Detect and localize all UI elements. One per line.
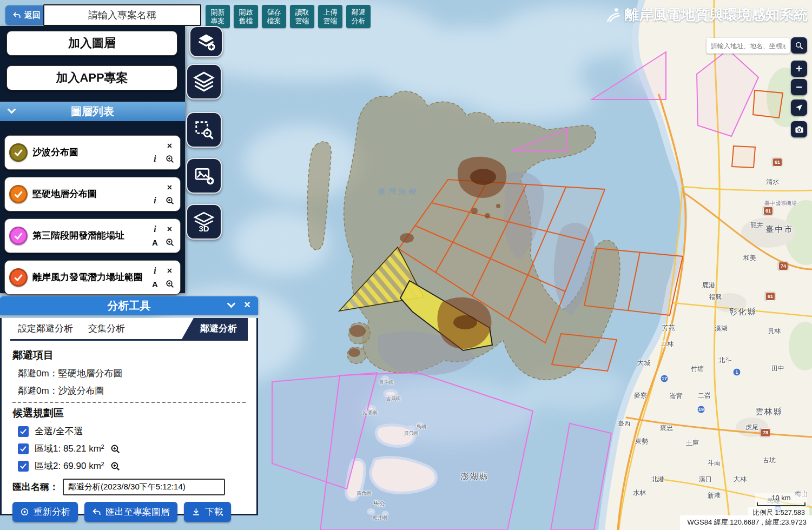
layer-item-hard-stratum: 堅硬地層分布圖 × i [4, 177, 181, 211]
layer-item-phase3-sites: 第三階段開發潛能場址 i × A [4, 218, 181, 253]
layer-name: 第三階段開發潛能場址 [32, 230, 148, 241]
add-app-project-button[interactable]: 加入APP專案 [6, 65, 177, 90]
remove-layer-icon[interactable]: × [167, 142, 172, 150]
select-all-checkbox[interactable] [18, 426, 29, 437]
app-window: 臺灣海峽臺中市彰化縣雲林縣澎湖縣清水臺中國際機場龍井和美鹿港福興員林溪湖芳苑二林… [0, 0, 812, 530]
layer-name: 離岸風力發電潛力場址範圍 [32, 271, 148, 283]
reanalyze-button[interactable]: 重新分析 [12, 502, 78, 522]
back-label: 返回 [24, 10, 41, 21]
layer-info-icon[interactable]: i [154, 225, 156, 234]
candidate-label: 全選/全不選 [35, 425, 83, 438]
export-to-project-layer-button[interactable]: 匯出至專案圖層 [84, 502, 177, 522]
box-select-tool-button[interactable] [186, 112, 222, 148]
analysis-panel-body: 設定鄰避分析 交集分析 鄰避分析 鄰避項目 鄰避0m：堅硬地層分布圖 鄰避0m：… [0, 318, 258, 515]
locate-button[interactable] [791, 100, 807, 116]
download-button[interactable]: 下載 [184, 502, 231, 522]
project-name-input[interactable] [43, 4, 201, 26]
load-cloud-button[interactable]: 讀取雲端 [290, 5, 314, 28]
zoom-to-layer-icon[interactable] [166, 196, 174, 205]
candidate-area-title: 候選規劃區 [12, 406, 246, 420]
zoom-to-layer-icon[interactable] [166, 280, 174, 288]
candidate-label: 區域2: 69.90 km² [35, 460, 104, 472]
download-icon [192, 507, 201, 516]
zoom-out-button[interactable]: − [791, 79, 807, 95]
upload-cloud-button[interactable]: 上傳雲端 [318, 5, 342, 28]
scale-bar-label: 10 km [757, 494, 806, 502]
tab-set-nimby-analysis[interactable]: 設定鄰避分析 [10, 318, 81, 339]
layer-item-wind-site-range: 離岸風力發電潛力場址範圍 i × A [4, 260, 181, 295]
layer-list: 沙波分布圖 × i 堅硬地層分布圖 × i [0, 121, 185, 302]
coordinates-readout: WGS84 經度:120.6687 , 緯度:23.9723 [680, 515, 812, 530]
back-button[interactable]: 返回 [5, 5, 48, 25]
layer-item-sand-wave: 沙波分布圖 × i [4, 135, 181, 170]
analysis-panel-header: 分析工具 × [0, 296, 258, 315]
candidate-row-area2: 區域2: 69.90 km² [18, 460, 246, 472]
search-icon [795, 41, 804, 50]
zoom-in-button[interactable]: + [791, 61, 807, 77]
app-title: 離岸風電地質與環境感知系統 [605, 5, 808, 24]
export-name-input[interactable] [63, 479, 225, 495]
close-panel-icon[interactable]: × [244, 299, 250, 311]
nimby-item: 鄰避0m：堅硬地層分布圖 [18, 367, 246, 380]
analysis-tabs: 設定鄰避分析 交集分析 鄰避分析 [10, 318, 248, 341]
area2-checkbox[interactable] [18, 461, 29, 472]
file-toolbar: 開新專案 開啟舊檔 儲存檔案 讀取雲端 上傳雲端 鄰避分析 [206, 5, 371, 28]
layer-stack-icon [193, 71, 215, 92]
layer-toggle-icon[interactable] [9, 143, 28, 162]
zoom-to-area-icon[interactable] [110, 444, 120, 454]
analysis-content: 鄰避項目 鄰避0m：堅硬地層分布圖 鄰避0m：沙波分布圖 候選規劃區 全選/全不… [2, 341, 256, 522]
layer-label-icon[interactable]: A [152, 239, 158, 247]
app-logo-icon [605, 7, 622, 23]
add-image-tool-button[interactable] [186, 158, 222, 194]
tab-intersection-analysis[interactable]: 交集分析 [81, 318, 133, 339]
view-3d-tool-button[interactable]: 3D [186, 204, 222, 240]
layer-name: 沙波分布圖 [32, 147, 148, 158]
tab-nimby-analysis[interactable]: 鄰避分析 [182, 318, 248, 339]
layer-stack-tool-button[interactable] [186, 64, 222, 100]
camera-icon [795, 125, 804, 134]
collapse-panel-chevron-icon[interactable] [227, 300, 236, 308]
export-name-label: 匯出名稱： [12, 481, 58, 493]
layer-info-icon[interactable]: i [154, 155, 156, 163]
layer-info-icon[interactable]: i [154, 196, 156, 205]
layer-label-icon[interactable]: A [152, 280, 158, 288]
layer-toggle-icon[interactable] [9, 185, 28, 203]
layer-toggle-icon[interactable] [9, 227, 28, 245]
area1-checkbox[interactable] [18, 443, 29, 454]
analysis-buttons-row: 重新分析 匯出至專案圖層 下載 [12, 502, 246, 522]
add-layer-button[interactable]: 加入圖層 [6, 31, 177, 56]
collapse-chevron-icon[interactable] [8, 105, 16, 114]
nimby-items-title: 鄰避項目 [12, 348, 246, 362]
remove-layer-icon[interactable]: × [167, 183, 172, 192]
add-layers-tool-button[interactable] [189, 26, 223, 57]
scale-bar: 10 km [755, 493, 807, 507]
3d-layers-icon: 3D [193, 211, 215, 233]
remove-layer-icon[interactable]: × [167, 267, 172, 275]
layer-name: 堅硬地層分布圖 [32, 188, 148, 200]
open-file-button[interactable]: 開啟舊檔 [234, 5, 258, 28]
box-select-magnifier-icon [194, 120, 214, 140]
export-name-row: 匯出名稱： [12, 479, 246, 495]
nimby-analysis-button[interactable]: 鄰避分析 [346, 5, 371, 28]
analysis-tools-panel: 分析工具 × 設定鄰避分析 交集分析 鄰避分析 鄰避項目 鄰避0m：堅硬地層分布… [0, 296, 258, 515]
new-project-button[interactable]: 開新專案 [206, 5, 230, 28]
save-file-button[interactable]: 儲存檔案 [262, 5, 286, 28]
layer-list-header: 圖層列表 [0, 102, 185, 121]
layer-toggle-icon[interactable] [9, 268, 28, 287]
candidate-row-area1: 區域1: 85.21 km² [18, 442, 246, 455]
screenshot-button[interactable] [791, 121, 807, 137]
map-search-input[interactable] [707, 38, 790, 54]
navigation-arrow-icon [795, 103, 803, 112]
return-arrow-icon [92, 507, 101, 516]
zoom-to-layer-icon[interactable] [166, 155, 174, 163]
scale-bar-bracket [757, 502, 806, 506]
back-arrow-icon [12, 11, 21, 19]
remove-layer-icon[interactable]: × [167, 225, 172, 234]
candidate-label: 區域1: 85.21 km² [35, 442, 104, 455]
zoom-to-area-icon[interactable] [110, 461, 120, 471]
layer-info-icon[interactable]: i [154, 267, 156, 275]
map-search-button[interactable] [791, 37, 807, 54]
nimby-item: 鄰避0m：沙波分布圖 [18, 385, 246, 397]
svg-text:3D: 3D [199, 224, 209, 233]
zoom-to-layer-icon[interactable] [166, 238, 174, 247]
